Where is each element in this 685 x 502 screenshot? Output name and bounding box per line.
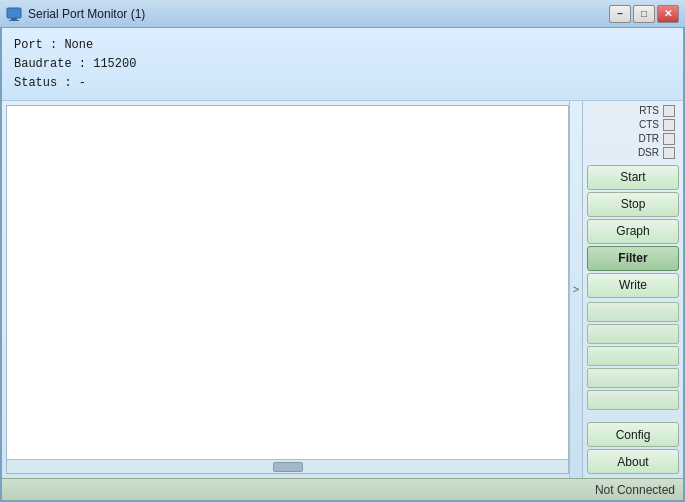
baudrate-line: Baudrate : 115200 bbox=[14, 55, 671, 74]
svg-rect-1 bbox=[11, 18, 17, 20]
config-button[interactable]: Config bbox=[587, 422, 679, 447]
signal-group: RTS CTS DTR DSR bbox=[587, 105, 679, 159]
minimize-button[interactable]: – bbox=[609, 5, 631, 23]
dsr-label: DSR bbox=[638, 147, 659, 158]
content-area: > RTS CTS DTR bbox=[2, 101, 683, 478]
center-divider: > bbox=[569, 101, 583, 478]
divider-arrow: > bbox=[573, 284, 579, 295]
close-button[interactable]: ✕ bbox=[657, 5, 679, 23]
write-button[interactable]: Write bbox=[587, 273, 679, 298]
port-value: None bbox=[64, 38, 93, 52]
list-item[interactable] bbox=[587, 346, 679, 366]
status-text: Not Connected bbox=[595, 483, 675, 497]
dtr-checkbox[interactable] bbox=[663, 133, 675, 145]
titlebar-controls: – □ ✕ bbox=[609, 5, 679, 23]
status-line: Status : - bbox=[14, 74, 671, 93]
status-label: Status bbox=[14, 76, 57, 90]
cts-checkbox[interactable] bbox=[663, 119, 675, 131]
cts-row: CTS bbox=[639, 119, 675, 131]
terminal-scrollbar[interactable] bbox=[7, 459, 568, 473]
about-button[interactable]: About bbox=[587, 449, 679, 474]
dsr-row: DSR bbox=[638, 147, 675, 159]
titlebar-left: Serial Port Monitor (1) bbox=[6, 6, 145, 22]
maximize-button[interactable]: □ bbox=[633, 5, 655, 23]
dtr-row: DTR bbox=[638, 133, 675, 145]
port-line: Port : None bbox=[14, 36, 671, 55]
filter-button[interactable]: Filter bbox=[587, 246, 679, 271]
top-right-group: RTS CTS DTR DSR bbox=[587, 105, 679, 298]
svg-rect-2 bbox=[9, 20, 19, 21]
cts-label: CTS bbox=[639, 119, 659, 130]
bottom-buttons: Config About bbox=[587, 418, 679, 474]
statusbar: Not Connected bbox=[2, 478, 683, 500]
terminal-area[interactable] bbox=[6, 105, 569, 474]
baudrate-value: 115200 bbox=[93, 57, 136, 71]
dtr-label: DTR bbox=[638, 133, 659, 144]
rts-label: RTS bbox=[639, 105, 659, 116]
list-area bbox=[587, 302, 679, 416]
monitor-icon bbox=[6, 6, 22, 22]
info-header: Port : None Baudrate : 115200 Status : - bbox=[2, 28, 683, 101]
baudrate-label: Baudrate bbox=[14, 57, 72, 71]
dsr-checkbox[interactable] bbox=[663, 147, 675, 159]
list-item[interactable] bbox=[587, 368, 679, 388]
svg-rect-0 bbox=[7, 8, 21, 18]
right-panel: RTS CTS DTR DSR bbox=[583, 101, 683, 478]
status-value: - bbox=[79, 76, 86, 90]
port-label: Port bbox=[14, 38, 43, 52]
graph-button[interactable]: Graph bbox=[587, 219, 679, 244]
stop-button[interactable]: Stop bbox=[587, 192, 679, 217]
rts-row: RTS bbox=[639, 105, 675, 117]
window-title: Serial Port Monitor (1) bbox=[28, 7, 145, 21]
window-body: Port : None Baudrate : 115200 Status : -… bbox=[0, 28, 685, 502]
start-button[interactable]: Start bbox=[587, 165, 679, 190]
list-item[interactable] bbox=[587, 302, 679, 322]
scroll-thumb bbox=[273, 462, 303, 472]
titlebar: Serial Port Monitor (1) – □ ✕ bbox=[0, 0, 685, 28]
rts-checkbox[interactable] bbox=[663, 105, 675, 117]
list-item[interactable] bbox=[587, 324, 679, 344]
list-item[interactable] bbox=[587, 390, 679, 410]
